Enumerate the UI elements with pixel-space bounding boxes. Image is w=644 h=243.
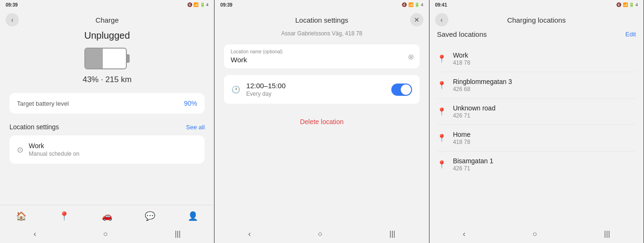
list-item[interactable]: 📍 Work 418 78: [437, 46, 636, 72]
status-bar-2: 09:39 🔇 📶 🔋 4: [215, 0, 429, 9]
nav-messages[interactable]: 💬: [141, 209, 159, 223]
chat-icon: 💬: [145, 211, 155, 221]
charge-content: Unplugged 43% · 215 km Target battery le…: [0, 30, 214, 205]
schedule-row[interactable]: 🕐 12:00–15:00 Every day: [224, 75, 419, 104]
battery-body: [84, 48, 127, 69]
nav-profile[interactable]: 👤: [184, 209, 202, 223]
separator: ·: [101, 75, 105, 84]
saved-title: Saved locations: [437, 30, 487, 38]
list-item[interactable]: 📍 Home 418 78: [437, 125, 636, 151]
pin-icon: 📍: [437, 160, 446, 169]
list-loc-name: Bisamgatan 1: [453, 157, 494, 165]
battery-fill: [85, 49, 103, 68]
back-button-1[interactable]: ‹: [6, 13, 19, 26]
list-loc-sub: 426 68: [453, 86, 512, 92]
list-loc-info: Home 418 78: [453, 131, 471, 145]
clear-input-button[interactable]: ⊗: [408, 52, 414, 61]
header-title-3: Charging locations: [507, 16, 566, 24]
list-item[interactable]: 📍 Bisamgatan 1 426 71: [437, 151, 636, 177]
status-icons-2: 🔇 📶 🔋 4: [402, 2, 423, 7]
list-item[interactable]: 📍 Ringblommegatan 3 426 68: [437, 72, 636, 99]
nav-bar-3: ‹ ○ |||: [429, 225, 644, 243]
target-value: 90%: [184, 100, 197, 107]
pin-nav-icon: 📍: [59, 211, 69, 221]
bottom-nav-1: 🏠 📍 🚗 💬 👤: [0, 205, 214, 225]
back-gesture-2[interactable]: ‹: [240, 228, 258, 240]
location-name-input-group[interactable]: Location name (optional) Work ⊗: [224, 44, 419, 68]
schedule-time: 12:00–15:00: [246, 82, 285, 90]
time-1: 09:39: [6, 2, 18, 8]
home-gesture-2[interactable]: ○: [310, 228, 330, 240]
input-value[interactable]: Work: [231, 56, 413, 64]
loc-name: Work: [29, 142, 79, 150]
nav-location[interactable]: 📍: [55, 209, 73, 223]
menu-gesture-1[interactable]: |||: [167, 228, 188, 240]
location-section-title: Location settings: [9, 123, 59, 131]
target-battery-row[interactable]: Target battery level 90%: [9, 93, 205, 114]
schedule-info: 12:00–15:00 Every day: [246, 82, 285, 97]
charge-status-label: Unplugged: [9, 30, 205, 41]
list-item[interactable]: 📍 Unknown road 426 71: [437, 99, 636, 125]
back-button-3[interactable]: ‹: [435, 13, 448, 26]
car-icon: 🚗: [102, 211, 112, 221]
pin-icon: 📍: [437, 54, 446, 63]
screen-location-settings: 09:39 🔇 📶 🔋 4 Location settings ✕ Assar …: [215, 0, 429, 243]
close-button-2[interactable]: ✕: [410, 13, 423, 26]
schedule-left: 🕐 12:00–15:00 Every day: [231, 82, 285, 97]
schedule-toggle[interactable]: [391, 84, 412, 96]
list-loc-name: Unknown road: [453, 104, 495, 112]
battery-container: [84, 48, 130, 69]
menu-gesture-2[interactable]: |||: [382, 228, 403, 240]
nav-bar-1: ‹ ○ |||: [0, 225, 214, 243]
saved-header: Saved locations Edit: [437, 30, 636, 38]
charge-percent: 43% · 215 km: [9, 75, 205, 84]
delete-location-button[interactable]: Delete location: [224, 113, 419, 130]
nav-bar-2: ‹ ○ |||: [215, 225, 429, 243]
loc-sub: Manual schedule on: [29, 151, 79, 157]
km-value: 215 km: [105, 75, 132, 84]
screen-charge: 09:39 🔇 📶 🔋 4 ‹ Charge Unplugged 43% · 2…: [0, 0, 215, 243]
location-section-header: Location settings See all: [9, 123, 205, 131]
list-loc-sub: 418 78: [453, 139, 471, 145]
header-title-1: Charge: [96, 16, 119, 24]
list-loc-sub: 426 71: [453, 165, 494, 172]
percent-value: 43%: [83, 75, 99, 84]
back-gesture-1[interactable]: ‹: [26, 228, 43, 240]
location-list: 📍 Work 418 78 📍 Ringblommegatan 3 426 68…: [437, 46, 636, 177]
list-loc-name: Work: [453, 51, 471, 59]
charging-loc-content: Saved locations Edit 📍 Work 418 78 📍 Rin…: [429, 30, 644, 225]
nav-home[interactable]: 🏠: [12, 209, 30, 223]
menu-gesture-3[interactable]: |||: [596, 228, 617, 240]
time-2: 09:39: [220, 2, 232, 8]
home-gesture-3[interactable]: ○: [525, 228, 545, 240]
status-icons-3: 🔇 📶 🔋 4: [616, 2, 638, 7]
time-3: 09:41: [435, 2, 447, 8]
location-pin-icon: ⊙: [17, 145, 23, 154]
home-gesture-1[interactable]: ○: [96, 228, 116, 240]
status-bar-3: 09:41 🔇 📶 🔋 4: [429, 0, 644, 9]
back-gesture-3[interactable]: ‹: [455, 228, 473, 240]
status-bar-1: 09:39 🔇 📶 🔋 4: [0, 0, 214, 9]
user-icon: 👤: [188, 211, 198, 221]
schedule-day: Every day: [246, 91, 285, 97]
loc-info: Work Manual schedule on: [29, 142, 79, 157]
nav-car[interactable]: 🚗: [98, 209, 116, 223]
list-loc-info: Unknown road 426 71: [453, 104, 495, 119]
header-1: ‹ Charge: [0, 9, 214, 30]
list-loc-sub: 426 71: [453, 112, 495, 119]
header-2: Location settings ✕: [215, 9, 429, 30]
list-loc-name: Home: [453, 131, 471, 138]
edit-button[interactable]: Edit: [626, 31, 636, 38]
location-card-work[interactable]: ⊙ Work Manual schedule on: [9, 135, 205, 164]
list-loc-name: Ringblommegatan 3: [453, 78, 512, 85]
screen-charging-locations: 09:41 🔇 📶 🔋 4 ‹ Charging locations Saved…: [429, 0, 644, 243]
input-label: Location name (optional): [231, 49, 413, 54]
list-loc-info: Work 418 78: [453, 51, 471, 66]
header-title-2: Location settings: [295, 16, 348, 24]
signal-icons-2: 🔇 📶 🔋 4: [402, 2, 423, 7]
see-all-button[interactable]: See all: [186, 124, 205, 131]
clock-icon: 🕐: [231, 85, 240, 94]
home-icon: 🏠: [16, 211, 26, 221]
signal-icons-1: 🔇 📶 🔋 4: [187, 2, 209, 7]
pin-icon: 📍: [437, 81, 446, 90]
